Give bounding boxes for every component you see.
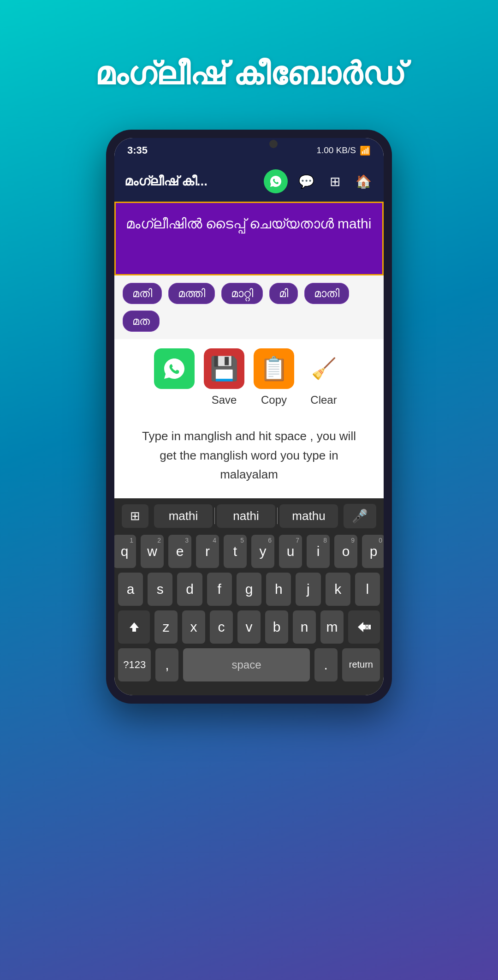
kb-divider-1 [214,508,215,524]
save-icon: 💾 [204,348,244,389]
key-k[interactable]: k [326,573,350,606]
whatsapp-icon [154,348,195,389]
key-a[interactable]: a [118,573,143,606]
page-title: മംഗ്ലീഷ് കീബോർഡ് [95,55,403,93]
copy-button[interactable]: 📋 Copy [254,348,294,406]
message-header-icon[interactable]: 💬 [296,171,316,191]
signal-icon: 📶 [360,145,371,156]
kb-suggest-mathu[interactable]: mathu [279,504,338,528]
key-b[interactable]: b [265,610,288,644]
key-i[interactable]: i8 [307,535,330,568]
key-v[interactable]: v [237,610,261,644]
status-time: 3:35 [127,144,148,156]
keyboard-grid-icon[interactable]: ⊞ [122,504,148,528]
kb-suggest-mathi[interactable]: mathi [154,504,213,528]
key-w[interactable]: w2 [141,535,164,568]
key-q[interactable]: q1 [114,535,136,568]
suggestion-chip[interactable]: മി [269,283,298,304]
kb-suggest-nathi[interactable]: nathi [217,504,275,528]
key-u[interactable]: u7 [279,535,302,568]
key-x[interactable]: x [182,610,205,644]
key-period[interactable]: . [314,648,338,681]
keyboard-row-2: a s d f g h j k l [118,573,380,606]
keyboard-row-4: ?123 , space . return [118,648,380,681]
copy-label: Copy [261,394,287,406]
phone-inner: 3:35 1.00 KB/S 📶 മംഗ്ലീഷ് കീ... 💬 ⊞ 🏠 മം… [114,138,384,695]
grid-header-icon[interactable]: ⊞ [325,171,345,191]
key-t[interactable]: t5 [224,535,247,568]
key-g[interactable]: g [237,573,261,606]
camera-notch [212,138,286,150]
backspace-key[interactable] [348,610,380,644]
keyboard-row-3: z x c v b n m [118,610,380,644]
text-display-area[interactable]: മംഗ്ലീഷിൽ ടൈപ്പ് ചെയ്യതാൾ mathi [114,202,384,275]
whatsapp-header-icon[interactable] [264,169,288,193]
shift-key[interactable] [118,610,150,644]
keyboard-mic-icon[interactable]: 🎤 [344,504,376,528]
phone-shell: 3:35 1.00 KB/S 📶 മംഗ്ലീഷ് കീ... 💬 ⊞ 🏠 മം… [106,130,392,704]
key-r[interactable]: r4 [196,535,219,568]
key-l[interactable]: l [355,573,380,606]
key-z[interactable]: z [154,610,178,644]
key-comma[interactable]: , [155,648,178,681]
key-f[interactable]: f [207,573,232,606]
key-s[interactable]: s [148,573,172,606]
app-header: മംഗ്ലീഷ് കീ... 💬 ⊞ 🏠 [114,161,384,202]
clear-icon: 🧹 [303,348,344,389]
camera-dot [269,140,278,148]
key-return[interactable]: return [342,648,380,681]
word-suggestions: മതി മത്തി മാറ്റി മി മാതി മത [114,275,384,339]
home-header-icon[interactable]: 🏠 [353,171,374,191]
key-j[interactable]: j [296,573,320,606]
key-h[interactable]: h [266,573,291,606]
key-o[interactable]: o9 [334,535,357,568]
clear-button[interactable]: 🧹 Clear [303,348,344,406]
keyboard-suggestions-row: ⊞ mathi nathi mathu 🎤 [118,504,380,528]
space-key[interactable]: space [183,648,309,681]
info-text: Type in manglish and hit space , you wil… [114,418,384,498]
key-n[interactable]: n [293,610,316,644]
key-symbols[interactable]: ?123 [118,648,151,681]
keyboard: ⊞ mathi nathi mathu 🎤 q1 w2 e3 r4 t5 y6 … [114,498,384,695]
key-d[interactable]: d [177,573,202,606]
network-speed: 1.00 KB/S [316,145,356,155]
whatsapp-button[interactable] [154,348,195,406]
suggestion-chip[interactable]: മത [123,311,160,332]
save-label: Save [212,394,237,406]
action-buttons: 💾 Save 📋 Copy 🧹 Clear [114,339,384,418]
typed-text: മംഗ്ലീഷിൽ ടൈപ്പ് ചെയ്യതാൾ mathi [126,216,371,231]
key-y[interactable]: y6 [251,535,274,568]
key-e[interactable]: e3 [168,535,191,568]
suggestion-chip[interactable]: മതി [123,283,162,304]
keyboard-row-1: q1 w2 e3 r4 t5 y6 u7 i8 o9 p0 [118,535,380,568]
save-button[interactable]: 💾 Save [204,348,244,406]
copy-icon: 📋 [254,348,294,389]
key-p[interactable]: p0 [362,535,384,568]
key-c[interactable]: c [210,610,233,644]
status-icons: 1.00 KB/S 📶 [316,145,371,156]
suggestion-chip[interactable]: മാറ്റി [221,283,263,304]
kb-divider-2 [277,508,278,524]
key-m[interactable]: m [320,610,344,644]
app-header-title: മംഗ്ലീഷ് കീ... [125,174,255,189]
clear-label: Clear [310,394,337,406]
suggestion-chip[interactable]: മത്തി [168,283,215,304]
suggestion-chip[interactable]: മാതി [304,283,349,304]
